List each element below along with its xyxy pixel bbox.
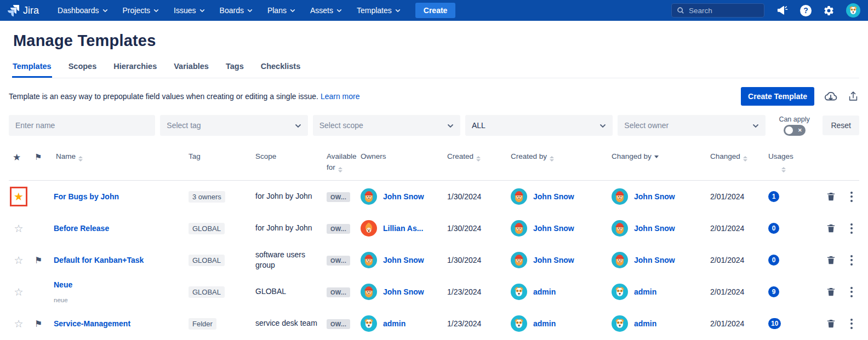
- template-name-link[interactable]: Neue: [54, 280, 189, 289]
- toggle-knob: [785, 126, 793, 134]
- cloud-download-icon[interactable]: [824, 89, 838, 103]
- help-icon[interactable]: ?: [800, 5, 812, 16]
- megaphone-icon[interactable]: [776, 4, 789, 17]
- name-filter[interactable]: [9, 115, 155, 136]
- trash-icon[interactable]: [826, 223, 836, 234]
- owners-cell: John Snow: [361, 252, 447, 268]
- admin-dog-avatar[interactable]: [846, 3, 860, 18]
- chevron-down-icon: [395, 9, 401, 13]
- nav-item-boards[interactable]: Boards: [220, 6, 253, 15]
- owners-cell: John Snow: [361, 284, 447, 300]
- export-icon[interactable]: [847, 90, 859, 102]
- sort-icon: [78, 156, 83, 162]
- header-changed-by[interactable]: Changed by: [612, 151, 710, 162]
- nav-item-dashboards[interactable]: Dashboards: [58, 6, 108, 15]
- header-created-by[interactable]: Created by: [511, 151, 612, 162]
- created-by-link[interactable]: John Snow: [533, 256, 574, 264]
- created-by-link[interactable]: John Snow: [533, 192, 574, 201]
- trash-icon[interactable]: [826, 191, 836, 202]
- available-for-cell: OW...: [327, 287, 361, 297]
- favorite-cell: ☆: [9, 314, 31, 333]
- tag-filter-select[interactable]: Select tag: [160, 115, 307, 136]
- trash-icon[interactable]: [826, 318, 836, 329]
- tab-tags[interactable]: Tags: [225, 62, 244, 78]
- kebab-menu-icon[interactable]: [849, 318, 854, 330]
- name-cell: Default for Kanban+Task: [54, 256, 189, 264]
- favorite-toggle[interactable]: ☆: [10, 218, 27, 238]
- nav-item-issues[interactable]: Issues: [174, 6, 204, 15]
- tag-chip: GLOBAL: [189, 286, 225, 298]
- favorite-toggle[interactable]: ★: [10, 187, 27, 206]
- owner-link[interactable]: John Snow: [383, 192, 424, 201]
- navbar-search[interactable]: [671, 3, 764, 18]
- template-name-link[interactable]: Default for Kanban+Task: [54, 256, 189, 264]
- learn-more-link[interactable]: Learn more: [321, 92, 360, 101]
- favorite-cell: ☆: [9, 218, 31, 238]
- owner-filter-select[interactable]: Select owner: [618, 115, 765, 136]
- create-button[interactable]: Create: [415, 3, 456, 18]
- created-by-link[interactable]: admin: [533, 319, 556, 328]
- trash-icon[interactable]: [826, 255, 836, 266]
- tab-scopes[interactable]: Scopes: [68, 62, 98, 78]
- can-apply-toggle[interactable]: ✕: [784, 125, 806, 136]
- scope-cell: for John by John: [255, 191, 327, 202]
- tab-hierarchies[interactable]: Hierarchies: [113, 62, 157, 78]
- created-by-link[interactable]: admin: [533, 287, 556, 296]
- created-cell: 1/30/2024: [447, 192, 511, 201]
- tag-cell: GLOBAL: [189, 223, 255, 234]
- tab-templates[interactable]: Templates: [12, 62, 52, 78]
- owner-link[interactable]: Lillian As...: [383, 224, 423, 233]
- gear-icon[interactable]: [823, 5, 835, 16]
- nav-item-projects[interactable]: Projects: [123, 6, 159, 15]
- created-by-link[interactable]: John Snow: [533, 224, 574, 233]
- nav-item-plans[interactable]: Plans: [267, 6, 295, 15]
- nav-item-assets[interactable]: Assets: [310, 6, 342, 15]
- reset-button[interactable]: Reset: [823, 116, 859, 135]
- chevron-down-icon: [447, 121, 454, 130]
- favorite-toggle[interactable]: ☆: [10, 282, 27, 302]
- sort-icon: [550, 156, 554, 162]
- available-for-cell: OW...: [327, 192, 361, 202]
- kebab-menu-icon[interactable]: [849, 191, 854, 203]
- available-for-chip: OW...: [327, 319, 350, 329]
- tab-checklists[interactable]: Checklists: [260, 62, 301, 78]
- kebab-menu-icon[interactable]: [849, 286, 854, 298]
- favorite-toggle[interactable]: ☆: [10, 250, 27, 270]
- owner-link[interactable]: John Snow: [383, 287, 424, 296]
- create-template-button[interactable]: Create Template: [741, 87, 814, 106]
- changed-by-link[interactable]: John Snow: [634, 256, 675, 264]
- template-name-link[interactable]: For Bugs by John: [54, 192, 189, 201]
- header-available-for[interactable]: Available for: [327, 151, 361, 172]
- flag-cell: ⚑: [31, 223, 54, 234]
- changed-by-link[interactable]: admin: [634, 319, 656, 328]
- header-usages[interactable]: Usages: [768, 151, 806, 172]
- changed-by-link[interactable]: John Snow: [634, 224, 675, 233]
- tab-variables[interactable]: Variables: [173, 62, 209, 78]
- available-for-cell: OW...: [327, 319, 361, 329]
- jira-logo[interactable]: Jira: [8, 5, 39, 16]
- nav-item-templates[interactable]: Templates: [357, 6, 401, 15]
- owner-link[interactable]: admin: [383, 319, 406, 328]
- changed-by-cell: John Snow: [612, 188, 710, 205]
- actions-cell: [806, 254, 859, 267]
- changed-by-link[interactable]: admin: [634, 287, 656, 296]
- template-name-link[interactable]: Service-Management: [54, 319, 189, 328]
- owner-link[interactable]: John Snow: [383, 256, 424, 264]
- header-changed[interactable]: Changed: [710, 151, 768, 162]
- name-filter-input[interactable]: [15, 121, 149, 130]
- created-by-cell: admin: [511, 315, 612, 332]
- kebab-menu-icon[interactable]: [849, 254, 854, 267]
- changed-by-link[interactable]: John Snow: [634, 192, 675, 201]
- favorite-toggle[interactable]: ☆: [10, 314, 27, 333]
- template-name-link[interactable]: Before Release: [54, 224, 189, 233]
- search-input[interactable]: [689, 7, 755, 15]
- changed-cell: 2/01/2024: [710, 224, 768, 233]
- kebab-menu-icon[interactable]: [849, 222, 854, 235]
- header-name[interactable]: Name: [54, 151, 189, 162]
- trash-icon[interactable]: [826, 286, 836, 297]
- chevron-down-icon: [599, 121, 606, 130]
- header-created[interactable]: Created: [447, 151, 511, 162]
- project-filter-select[interactable]: ALL: [465, 115, 613, 136]
- table-row: ☆ ⚑ Service-Management Felder service de…: [9, 308, 859, 339]
- scope-filter-select[interactable]: Select scope: [313, 115, 460, 136]
